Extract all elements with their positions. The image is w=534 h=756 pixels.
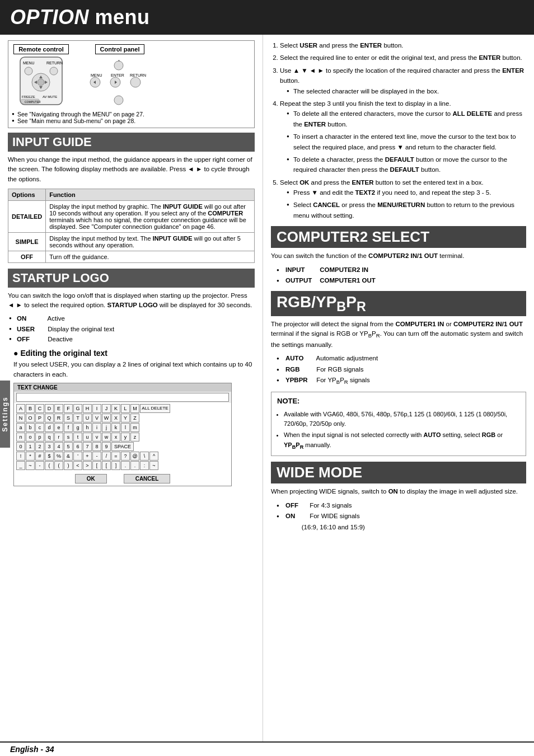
ok-button[interactable]: OK	[75, 474, 107, 483]
key-slash[interactable]: /	[102, 452, 111, 461]
key-backslash[interactable]: \	[140, 452, 149, 461]
key-2[interactable]: 2	[35, 442, 44, 451]
key-dash2[interactable]: -	[35, 461, 44, 470]
key-F[interactable]: F	[64, 404, 73, 413]
tc-input-field[interactable]	[16, 393, 229, 402]
key-at[interactable]: @	[130, 452, 139, 461]
key-H[interactable]: H	[83, 404, 92, 413]
key-I[interactable]: I	[92, 404, 101, 413]
key-u[interactable]: u	[83, 433, 92, 442]
key-eq[interactable]: =	[111, 452, 120, 461]
key-d[interactable]: d	[45, 423, 54, 432]
key-3[interactable]: 3	[45, 442, 54, 451]
key-t[interactable]: t	[73, 433, 82, 442]
key-R[interactable]: R	[54, 414, 63, 422]
key-tilde2[interactable]: ~	[149, 461, 158, 470]
key-minus[interactable]: -	[92, 452, 101, 461]
key-j[interactable]: j	[102, 423, 111, 432]
key-v[interactable]: v	[92, 433, 101, 442]
key-q[interactable]: q	[45, 433, 54, 442]
key-rbracket[interactable]: ]	[111, 461, 120, 470]
key-s[interactable]: s	[64, 433, 73, 442]
key-space[interactable]: SPACE	[111, 442, 134, 451]
key-percent[interactable]: %	[54, 452, 63, 461]
key-P[interactable]: P	[35, 414, 44, 422]
cancel-button[interactable]: CANCEL	[124, 474, 171, 483]
key-amp[interactable]: &	[64, 452, 73, 461]
key-gt[interactable]: >	[83, 461, 92, 470]
key-Y[interactable]: Y	[121, 414, 130, 422]
key-b[interactable]: b	[26, 423, 35, 432]
key-z-lower[interactable]: z	[130, 433, 139, 442]
key-i[interactable]: i	[92, 423, 101, 432]
key-x[interactable]: x	[111, 433, 120, 442]
key-lbracket2[interactable]: [	[102, 461, 111, 470]
key-tilde[interactable]: ~	[26, 461, 35, 470]
key-r[interactable]: r	[54, 433, 63, 442]
key-4[interactable]: 4	[54, 442, 63, 451]
key-1[interactable]: 1	[26, 442, 35, 451]
key-lt[interactable]: <	[73, 461, 82, 470]
key-M[interactable]: M	[130, 404, 139, 413]
key-K[interactable]: K	[111, 404, 120, 413]
key-h[interactable]: h	[83, 423, 92, 432]
key-hash[interactable]: #	[35, 452, 44, 461]
key-lparen[interactable]: (	[45, 461, 54, 470]
key-w[interactable]: w	[102, 433, 111, 442]
key-l[interactable]: l	[121, 423, 130, 432]
key-7[interactable]: 7	[83, 442, 92, 451]
key-f[interactable]: f	[64, 423, 73, 432]
key-m[interactable]: m	[130, 423, 139, 432]
key-U[interactable]: U	[83, 414, 92, 422]
key-T[interactable]: T	[73, 414, 82, 422]
key-caret[interactable]: ^	[149, 452, 158, 461]
key-8[interactable]: 8	[92, 442, 101, 451]
key-plus[interactable]: +	[83, 452, 92, 461]
key-k[interactable]: k	[111, 423, 120, 432]
key-apos[interactable]: '	[73, 452, 82, 461]
svg-point-3	[25, 67, 32, 75]
key-Z[interactable]: Z	[130, 414, 139, 422]
key-dollar[interactable]: $	[45, 452, 54, 461]
key-W[interactable]: W	[102, 414, 111, 422]
key-C[interactable]: C	[35, 404, 44, 413]
key-p[interactable]: p	[35, 433, 44, 442]
option-simple: SIMPLE	[8, 232, 46, 251]
key-dot2[interactable]: .	[130, 461, 139, 470]
key-O[interactable]: O	[26, 414, 35, 422]
key-rparen[interactable]: )	[64, 461, 73, 470]
key-excl[interactable]: !	[16, 452, 25, 461]
key-Q[interactable]: Q	[45, 414, 54, 422]
key-all-delete[interactable]: ALL DELETE	[140, 404, 170, 413]
key-c[interactable]: c	[35, 423, 44, 432]
key-D[interactable]: D	[45, 404, 54, 413]
key-0[interactable]: 0	[16, 442, 25, 451]
key-lbracket[interactable]: [	[92, 461, 101, 470]
key-9[interactable]: 9	[102, 442, 111, 451]
key-L[interactable]: L	[121, 404, 130, 413]
key-colon[interactable]: :	[140, 461, 149, 470]
key-J[interactable]: J	[102, 404, 111, 413]
key-question[interactable]: ?	[121, 452, 130, 461]
key-ast[interactable]: *	[26, 452, 35, 461]
key-lparen2[interactable]: (	[54, 461, 63, 470]
svg-point-4	[50, 67, 58, 75]
key-V[interactable]: V	[92, 414, 101, 422]
key-g[interactable]: g	[73, 423, 82, 432]
key-under[interactable]: _	[16, 461, 25, 470]
key-e[interactable]: e	[54, 423, 63, 432]
key-N[interactable]: N	[16, 414, 25, 422]
key-S[interactable]: S	[64, 414, 73, 422]
key-6[interactable]: 6	[73, 442, 82, 451]
key-o[interactable]: o	[26, 433, 35, 442]
key-y-lower[interactable]: y	[121, 433, 130, 442]
key-A[interactable]: A	[16, 404, 25, 413]
key-5[interactable]: 5	[64, 442, 73, 451]
key-a[interactable]: a	[16, 423, 25, 432]
key-B[interactable]: B	[26, 404, 35, 413]
key-E[interactable]: E	[54, 404, 63, 413]
key-X[interactable]: X	[111, 414, 120, 422]
key-n[interactable]: n	[16, 433, 25, 442]
key-G[interactable]: G	[73, 404, 82, 413]
key-dot[interactable]: .	[121, 461, 130, 470]
